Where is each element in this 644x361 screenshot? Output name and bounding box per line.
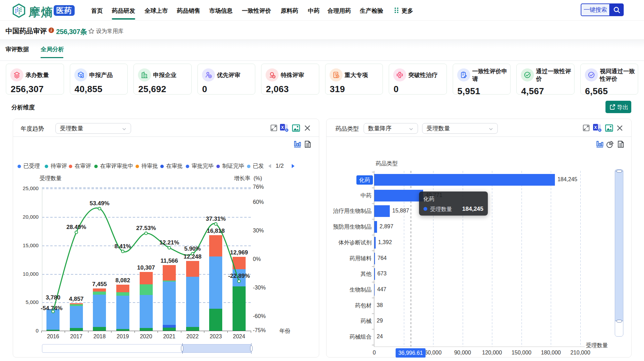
svg-text:X: X <box>594 125 597 130</box>
